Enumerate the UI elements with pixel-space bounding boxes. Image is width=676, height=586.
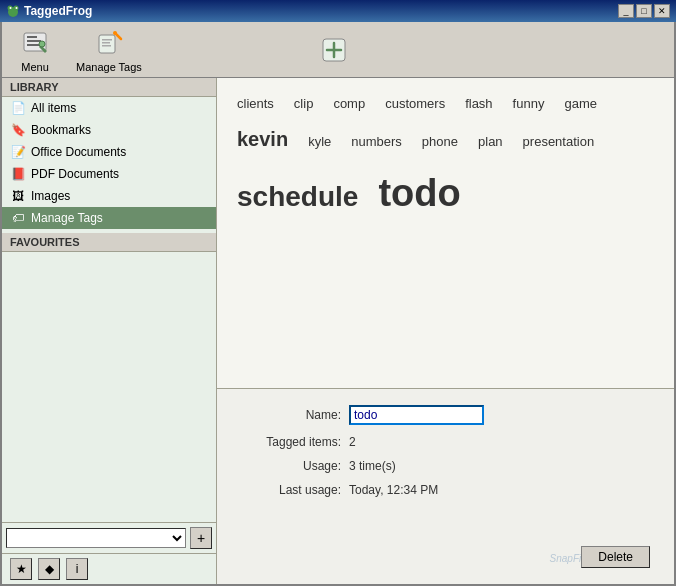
last-usage-label: Last usage: (241, 483, 341, 497)
tagged-items-row: Tagged items: 2 (241, 435, 650, 449)
sidebar-dropdown[interactable] (6, 528, 186, 548)
library-header: LIBRARY (2, 78, 216, 97)
usage-row: Usage: 3 time(s) (241, 459, 650, 473)
maximize-button[interactable]: □ (636, 4, 652, 18)
content-area: LIBRARY All items Bookmarks Office Docum… (2, 78, 674, 584)
image-icon (10, 188, 26, 204)
sidebar-item-images[interactable]: Images (2, 185, 216, 207)
tagged-items-label: Tagged items: (241, 435, 341, 449)
diamond-button[interactable]: ◆ (38, 558, 60, 580)
tag-funny[interactable]: funny (513, 94, 545, 115)
tag-kyle[interactable]: kyle (308, 132, 331, 153)
pdf-icon (10, 166, 26, 182)
svg-rect-7 (27, 40, 41, 42)
close-button[interactable]: ✕ (654, 4, 670, 18)
manage-tags-svg-icon (95, 29, 123, 57)
tag-plan[interactable]: plan (478, 132, 503, 153)
info-button[interactable]: i (66, 558, 88, 580)
svg-rect-14 (102, 45, 111, 47)
menu-icon (19, 27, 51, 59)
title-bar: TaggedFrog _ □ ✕ (0, 0, 676, 22)
tag-numbers[interactable]: numbers (351, 132, 402, 153)
last-usage-value: Today, 12:34 PM (349, 483, 438, 497)
svg-rect-8 (27, 44, 39, 46)
sidebar-pdf-label: PDF Documents (31, 167, 119, 181)
sidebar-item-pdf[interactable]: PDF Documents (2, 163, 216, 185)
tag-flash[interactable]: flash (465, 94, 492, 115)
menu-svg-icon (21, 29, 49, 57)
sidebar-item-bookmarks[interactable]: Bookmarks (2, 119, 216, 141)
delete-button[interactable]: Delete (581, 546, 650, 568)
tag-customers[interactable]: customers (385, 94, 445, 115)
menu-toolbar-item[interactable]: Menu (10, 27, 60, 73)
word-icon (10, 144, 26, 160)
main-window: Menu Manage Tags (0, 22, 676, 586)
manage-tags-icon (93, 27, 125, 59)
favourites-area (2, 252, 216, 522)
main-area: clientsclipcompcustomersflashfunnygameke… (217, 78, 674, 584)
usage-label: Usage: (241, 459, 341, 473)
sidebar-add-button[interactable]: + (190, 527, 212, 549)
add-svg-icon (320, 36, 348, 64)
tag-clip[interactable]: clip (294, 94, 314, 115)
frog-icon (6, 4, 20, 18)
tags-container: clientsclipcompcustomersflashfunnygameke… (237, 94, 654, 224)
minimize-button[interactable]: _ (618, 4, 634, 18)
sidebar-item-all-items[interactable]: All items (2, 97, 216, 119)
tag-clients[interactable]: clients (237, 94, 274, 115)
star-button[interactable]: ★ (10, 558, 32, 580)
sidebar-item-office[interactable]: Office Documents (2, 141, 216, 163)
favourites-header: FAVOURITES (2, 233, 216, 252)
last-usage-row: Last usage: Today, 12:34 PM (241, 483, 650, 497)
sidebar-office-label: Office Documents (31, 145, 126, 159)
tag-phone[interactable]: phone (422, 132, 458, 153)
name-input[interactable] (349, 405, 484, 425)
tag-comp[interactable]: comp (333, 94, 365, 115)
usage-value: 3 time(s) (349, 459, 396, 473)
sidebar-bookmarks-label: Bookmarks (31, 123, 91, 137)
tags-cloud-area: clientsclipcompcustomersflashfunnygameke… (217, 78, 674, 389)
tag-todo[interactable]: todo (378, 163, 460, 224)
svg-rect-13 (102, 42, 110, 44)
detail-area: Name: Tagged items: 2 Usage: 3 time(s) L… (217, 389, 674, 584)
name-label: Name: (241, 408, 341, 422)
info-icon: i (76, 562, 79, 576)
tag-schedule[interactable]: schedule (237, 175, 358, 220)
tag-presentation[interactable]: presentation (523, 132, 595, 153)
sidebar: LIBRARY All items Bookmarks Office Docum… (2, 78, 217, 584)
svg-point-10 (39, 41, 45, 47)
svg-rect-12 (102, 39, 112, 41)
add-icon (318, 34, 350, 66)
sidebar-footer: + (2, 522, 216, 553)
svg-point-3 (10, 7, 12, 9)
name-row: Name: (241, 405, 650, 425)
sidebar-images-label: Images (31, 189, 70, 203)
bookmark-icon (10, 122, 26, 138)
tag-icon (10, 210, 26, 226)
sidebar-item-manage-tags[interactable]: Manage Tags (2, 207, 216, 229)
title-text: TaggedFrog (24, 4, 92, 18)
tag-game[interactable]: game (564, 94, 597, 115)
toolbar: Menu Manage Tags (2, 22, 674, 78)
tagged-items-value: 2 (349, 435, 356, 449)
manage-tags-toolbar-item[interactable]: Manage Tags (76, 27, 142, 73)
svg-rect-11 (99, 35, 115, 53)
svg-rect-6 (27, 36, 37, 38)
star-icon: ★ (16, 562, 27, 576)
title-bar-controls: _ □ ✕ (618, 4, 670, 18)
title-bar-icon: TaggedFrog (6, 4, 92, 18)
sidebar-manage-tags-label: Manage Tags (31, 211, 103, 225)
sidebar-bottom-icons: ★ ◆ i (2, 553, 216, 584)
add-toolbar-item[interactable] (318, 34, 350, 66)
svg-point-4 (16, 7, 18, 9)
doc-icon (10, 100, 26, 116)
svg-point-16 (113, 31, 117, 35)
tag-kevin[interactable]: kevin (237, 123, 288, 155)
sidebar-all-items-label: All items (31, 101, 76, 115)
manage-tags-label: Manage Tags (76, 61, 142, 73)
menu-label: Menu (21, 61, 49, 73)
diamond-icon: ◆ (45, 562, 54, 576)
